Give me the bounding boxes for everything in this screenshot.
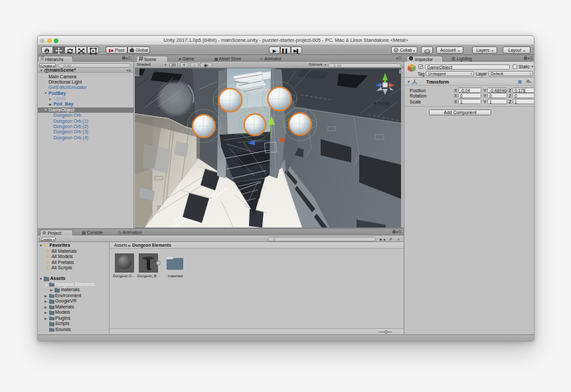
svg-text:⋖ Persp: ⋖ Persp [373, 101, 390, 106]
